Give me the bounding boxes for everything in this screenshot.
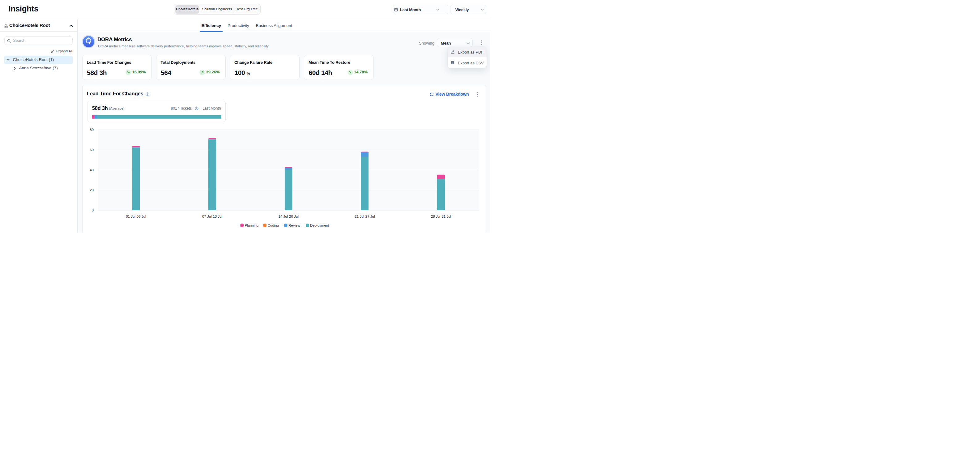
svg-text:07 Jul-13 Jul: 07 Jul-13 Jul xyxy=(202,214,222,218)
svg-text:21 Jul-27 Jul: 21 Jul-27 Jul xyxy=(355,214,375,218)
svg-text:80: 80 xyxy=(90,128,94,131)
svg-text:0: 0 xyxy=(92,208,93,212)
svg-text:Review: Review xyxy=(288,224,300,227)
svg-text:14 Jul-20 Jul: 14 Jul-20 Jul xyxy=(278,214,298,218)
svg-text:Planning: Planning xyxy=(245,224,258,227)
svg-text:28 Jul-31 Jul: 28 Jul-31 Jul xyxy=(431,214,451,218)
svg-text:20: 20 xyxy=(90,188,94,192)
svg-text:60: 60 xyxy=(90,148,94,152)
svg-text:Deployment: Deployment xyxy=(310,224,329,227)
svg-text:40: 40 xyxy=(90,168,94,172)
svg-text:01 Jul-06 Jul: 01 Jul-06 Jul xyxy=(126,214,146,218)
svg-text:Coding: Coding xyxy=(267,224,278,227)
